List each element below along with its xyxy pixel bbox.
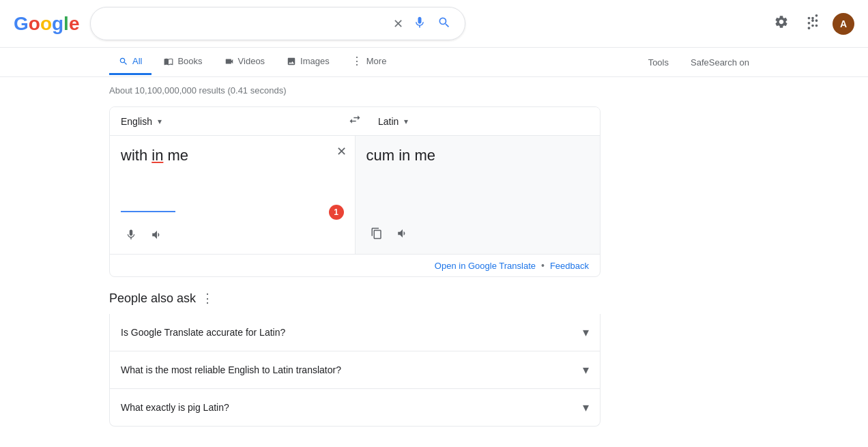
target-chevron-icon: ▾ [404,117,408,126]
tab-videos-label: Videos [238,56,265,66]
translator-body: with in me ✕ 1 [110,136,600,254]
tab-images-label: Images [300,56,330,66]
translator-right: cum in me [356,136,601,254]
source-lang-select[interactable]: English ▾ [110,108,343,135]
avatar[interactable]: A [833,13,854,35]
swap-icon [348,113,362,126]
clear-input-button[interactable]: ✕ [336,144,347,159]
output-speaker-button[interactable] [392,223,413,247]
mic-icon [413,16,426,29]
right-actions [356,218,601,253]
results-area: About 10,100,000,000 results (0.41 secon… [0,77,868,435]
apps-icon [805,14,820,29]
left-actions [110,219,355,254]
more-icon: ⋮ [351,55,362,68]
close-icon: ✕ [336,145,347,158]
paa-question-2: What exactly is pig Latin? [121,402,229,413]
source-lang-label: English [121,116,152,127]
tab-more-label: More [366,56,387,66]
nav-tabs: All Books Videos Images ⋮ More Tools Saf… [0,48,868,77]
paa-menu-button[interactable]: ⋮ [201,291,214,306]
input-underline [121,211,175,212]
paa-item-1[interactable]: What is the most reliable English to Lat… [109,351,601,389]
paa-expand-icon-0: ▾ [583,325,589,340]
tools-button[interactable]: Tools [639,51,678,74]
output-speaker-icon [396,227,409,240]
target-lang-select[interactable]: Latin ▾ [367,108,600,135]
mic-button[interactable] [410,13,429,34]
tab-images[interactable]: Images [277,49,339,75]
search-button[interactable] [435,13,454,34]
translation-output-text: cum in me [356,136,601,218]
input-word-in: in [151,147,163,164]
paa-item-0[interactable]: Is Google Translate accurate for Latin? … [109,314,601,351]
images-icon [287,57,296,66]
tab-all[interactable]: All [109,49,151,75]
videos-icon [225,57,234,66]
input-speaker-icon [151,229,163,241]
apps-button[interactable] [801,10,824,37]
target-lang-label: Latin [378,116,399,127]
paa-item-2[interactable]: What exactly is pig Latin? ▾ [109,389,601,427]
paa-expand-icon-1: ▾ [583,362,589,377]
clear-icon: ✕ [393,17,403,31]
source-chevron-icon: ▾ [158,117,162,126]
input-word-me: me [163,147,188,164]
paa-title: People also ask [109,291,196,306]
open-translate-link[interactable]: Open in Google Translate [435,261,536,271]
translation-input-text: with in me [110,136,355,218]
all-icon [119,57,128,66]
tab-books-label: Books [177,56,202,66]
books-icon [164,57,173,66]
paa-header: People also ask ⋮ [109,291,601,306]
paa-section: People also ask ⋮ Is Google Translate ac… [109,291,601,427]
translator-left: with in me ✕ 1 [110,136,356,254]
search-icon [437,16,451,29]
safesearch-label: SafeSearch on [681,51,759,74]
copy-button[interactable] [366,223,387,247]
tab-videos[interactable]: Videos [215,49,275,75]
input-speaker-button[interactable] [147,225,167,248]
header: Google english to latin ✕ A [0,0,868,48]
paa-expand-icon-2: ▾ [583,400,589,415]
clear-button[interactable]: ✕ [392,15,405,33]
tab-more[interactable]: ⋮ More [342,48,396,76]
feedback-link[interactable]: Feedback [550,261,589,271]
search-input[interactable]: english to latin [102,18,386,30]
copy-icon [371,227,383,240]
google-logo[interactable]: Google [14,13,79,35]
header-right: A [770,10,854,37]
input-mic-icon [125,229,137,241]
input-word-with: with [121,147,151,164]
tab-all-label: All [132,56,142,66]
paa-question-1: What is the most reliable English to Lat… [121,364,341,375]
translator-widget: English ▾ Latin ▾ with in me ✕ [109,106,601,277]
paa-question-0: Is Google Translate accurate for Latin? [121,327,285,338]
translator-footer: Open in Google Translate • Feedback [110,254,600,276]
search-bar: english to latin ✕ [90,7,465,40]
input-mic-button[interactable] [121,225,141,248]
char-count-badge: 1 [329,205,344,220]
tab-books[interactable]: Books [154,49,212,75]
results-count: About 10,100,000,000 results (0.41 secon… [109,85,759,96]
translator-header: English ▾ Latin ▾ [110,107,600,136]
swap-languages-button[interactable] [343,107,367,135]
settings-button[interactable] [770,10,793,37]
footer-dot: • [541,260,545,271]
settings-icon [774,14,789,29]
